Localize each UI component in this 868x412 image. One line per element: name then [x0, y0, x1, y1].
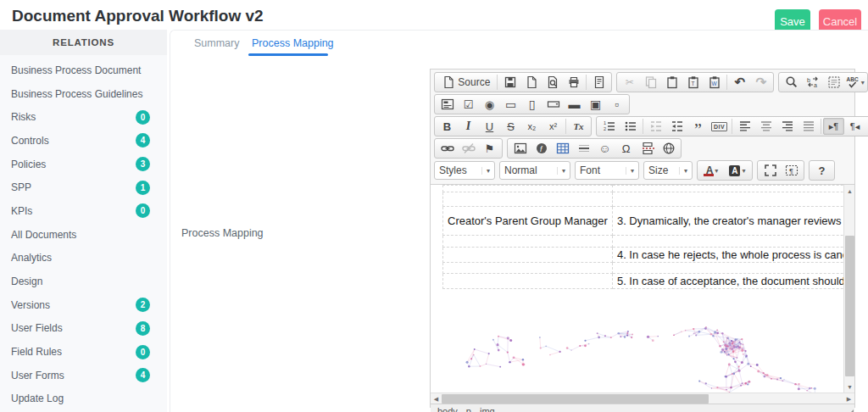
font-combo[interactable]: Font▾ — [575, 161, 639, 180]
chevron-down-icon: ▾ — [481, 167, 490, 175]
underline-icon[interactable]: U — [479, 118, 500, 135]
text-field-icon[interactable]: ▭ — [500, 96, 521, 113]
sidebar-item-business-process-guidelines[interactable]: Business Process Guidelines — [0, 82, 167, 106]
superscript-icon[interactable]: x² — [542, 118, 564, 135]
show-blocks-icon[interactable] — [781, 162, 802, 179]
tab-process-mapping[interactable]: Process Mapping — [252, 37, 334, 49]
strikethrough-icon[interactable]: S — [500, 118, 521, 135]
flash-icon[interactable] — [531, 140, 552, 157]
copy-icon[interactable] — [640, 74, 661, 91]
sidebar-item-controls[interactable]: Controls4 — [0, 129, 167, 153]
smiley-icon[interactable]: ☺ — [594, 140, 615, 157]
checkbox-icon[interactable]: ☑ — [458, 96, 479, 113]
sidebar-item-analytics[interactable]: Analytics — [0, 247, 167, 270]
sidebar-item-risks[interactable]: Risks0 — [0, 105, 167, 129]
vertical-scroll-thumb[interactable] — [845, 236, 854, 376]
count-badge: 8 — [136, 321, 150, 336]
form-icon[interactable] — [437, 96, 458, 113]
justify-icon[interactable] — [798, 118, 819, 135]
select-field-icon[interactable] — [542, 96, 564, 113]
sidebar-item-business-process-document[interactable]: Business Process Document — [0, 58, 167, 82]
horizontal-scrollbar[interactable]: ◀ ▶ — [431, 393, 854, 404]
path-element-p[interactable]: p — [466, 406, 471, 412]
align-center-icon[interactable] — [755, 118, 776, 135]
page: Document Approval Workflow v2 Save Cance… — [0, 0, 868, 412]
sidebar-item-all-documents[interactable]: All Documents — [0, 223, 167, 247]
replace-icon[interactable] — [802, 74, 823, 91]
path-element-img[interactable]: img — [480, 406, 495, 412]
sidebar-item-kpis[interactable]: KPIs0 — [0, 199, 167, 223]
bidi-ltr-icon[interactable]: ▸¶ — [823, 118, 844, 135]
tab-summary[interactable]: Summary — [194, 37, 239, 49]
hidden-field-icon[interactable]: ▫ — [606, 96, 627, 113]
unlink-icon[interactable] — [458, 140, 479, 157]
source-button[interactable]: Source — [437, 74, 495, 91]
align-left-icon[interactable] — [734, 118, 755, 135]
special-char-icon[interactable]: Ω — [615, 140, 637, 157]
sidebar-item-user-fields[interactable]: User Fields8 — [0, 317, 167, 341]
new-page-icon[interactable] — [520, 74, 542, 91]
bidi-rtl-icon[interactable]: ¶◂ — [844, 118, 865, 135]
text-color-icon[interactable]: A▾ — [699, 162, 725, 179]
scroll-down-icon[interactable]: ▼ — [844, 381, 854, 392]
paste-icon[interactable] — [661, 74, 682, 91]
undo-icon[interactable]: ↶ — [729, 74, 750, 91]
italic-icon[interactable]: I — [458, 118, 479, 135]
maximize-icon[interactable] — [760, 162, 781, 179]
page-break-icon[interactable] — [637, 140, 658, 157]
bulleted-list-icon[interactable] — [620, 118, 641, 135]
textarea-icon[interactable]: ▯ — [521, 96, 542, 113]
spellcheck-icon[interactable]: ▾ — [844, 74, 865, 91]
scroll-up-icon[interactable]: ▲ — [844, 186, 854, 196]
bold-icon[interactable]: B — [437, 118, 458, 135]
button-field-icon[interactable]: ▬ — [564, 96, 585, 113]
size-combo[interactable]: Size▾ — [643, 161, 693, 180]
horizontal-scroll-thumb[interactable] — [442, 394, 709, 404]
runner-plexus-image — [444, 299, 845, 393]
iframe-icon[interactable] — [658, 140, 679, 157]
increase-indent-icon[interactable] — [666, 118, 687, 135]
anchor-icon[interactable]: ⚑ — [479, 140, 500, 157]
radio-button-icon[interactable]: ◉ — [479, 96, 500, 113]
format-combo[interactable]: Normal▾ — [499, 161, 570, 180]
paste-text-icon[interactable] — [682, 74, 704, 91]
preview-icon[interactable] — [542, 74, 563, 91]
chevron-down-icon: ▾ — [626, 167, 634, 175]
cut-icon[interactable]: ✂ — [619, 74, 640, 91]
sidebar-item-field-rules[interactable]: Field Rules0 — [0, 340, 167, 364]
insert-table-icon[interactable] — [552, 140, 573, 157]
sidebar-item-spp[interactable]: SPP1 — [0, 175, 167, 199]
templates-icon[interactable] — [588, 74, 609, 91]
numbered-list-icon[interactable] — [598, 118, 620, 135]
active-tab-underline — [248, 53, 328, 56]
redo-icon[interactable]: ↷ — [750, 74, 771, 91]
sidebar-item-policies[interactable]: Policies3 — [0, 153, 167, 176]
link-icon[interactable] — [437, 140, 458, 157]
save-doc-icon[interactable] — [499, 74, 520, 91]
vertical-scrollbar[interactable]: ▲ ▼ — [843, 185, 854, 393]
count-badge: 4 — [136, 368, 150, 382]
bg-color-icon[interactable]: A▾ — [725, 162, 750, 179]
horizontal-rule-icon[interactable] — [573, 140, 594, 157]
decrease-indent-icon[interactable] — [645, 118, 666, 135]
align-right-icon[interactable] — [776, 118, 798, 135]
div-container-icon[interactable]: DIV — [709, 118, 730, 135]
print-icon[interactable] — [563, 74, 584, 91]
paste-word-icon[interactable] — [704, 74, 725, 91]
remove-format-icon[interactable]: Tx — [568, 118, 589, 135]
about-button[interactable]: ? — [811, 162, 832, 179]
find-icon[interactable] — [781, 74, 802, 91]
subscript-icon[interactable]: x₂ — [521, 118, 542, 135]
editable-canvas[interactable]: Creator's Parent Group Manager3. Dynamic… — [431, 185, 845, 393]
insert-image-icon[interactable] — [509, 140, 531, 157]
sidebar-item-design[interactable]: Design — [0, 270, 167, 293]
select-all-icon[interactable] — [823, 74, 844, 91]
page-header: Document Approval Workflow v2 Save Cance… — [0, 0, 868, 30]
blockquote-icon[interactable]: ” — [687, 118, 709, 135]
path-element-body[interactable]: body — [437, 406, 458, 412]
sidebar-item-user-forms[interactable]: User Forms4 — [0, 364, 167, 387]
sidebar-item-versions[interactable]: Versions2 — [0, 293, 167, 317]
sidebar-item-update-log[interactable]: Update Log — [0, 387, 167, 411]
styles-combo[interactable]: Styles▾ — [434, 161, 495, 180]
image-button-icon[interactable]: ▣ — [585, 96, 606, 113]
